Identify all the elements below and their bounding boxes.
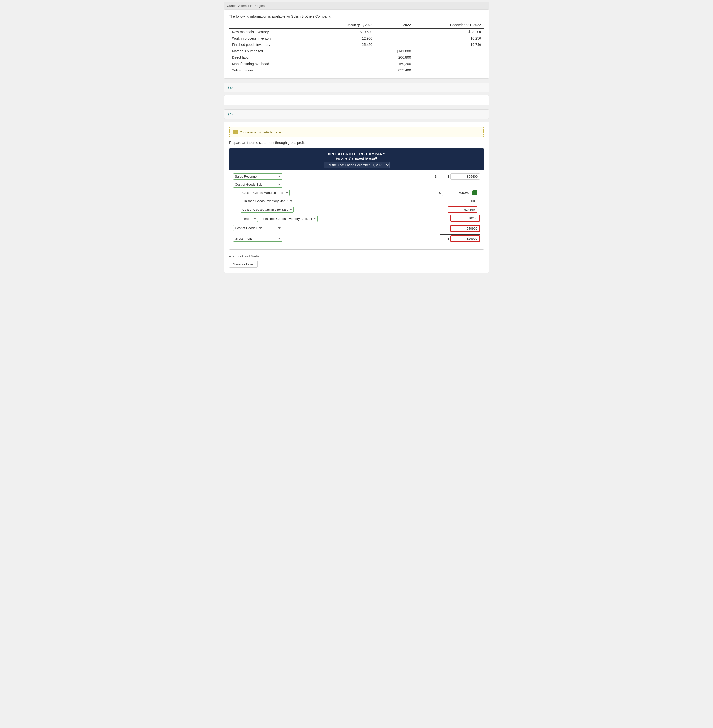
right-input-gross-profit[interactable]	[450, 235, 480, 242]
table-row: Direct labor206,800	[229, 54, 484, 61]
table-cell	[375, 28, 414, 35]
info-section-card: The following information is available f…	[224, 9, 489, 79]
finished-goods-dec-dropdown[interactable]: Finished Goods Inventory, Dec. 31	[262, 216, 318, 222]
table-cell: 855,400	[375, 67, 414, 73]
etextbook-section: eTextbook and Media	[229, 251, 484, 258]
income-statement: SPLISH BROTHERS COMPANY Income Statement…	[229, 148, 484, 250]
sales-revenue-dropdown[interactable]: Sales Revenue	[233, 173, 282, 179]
table-cell	[316, 61, 375, 67]
table-row: Work in process inventory12,90016,250	[229, 35, 484, 42]
mid-input-less-finished-goods-dec[interactable]	[450, 215, 480, 221]
cost-of-goods-available-dropdown[interactable]: Cost of Goods Available for Sale	[241, 206, 294, 213]
right-value-col: $	[440, 234, 480, 244]
top-bar-label: Current Attempt in Progress	[227, 4, 266, 7]
mid-input-cost-of-goods-manufactured[interactable]	[442, 190, 471, 196]
mid-col: $i	[437, 190, 477, 196]
gross-profit-dropdown[interactable]: Gross Profit	[233, 236, 282, 242]
is-row-gross-profit: Gross Profit$	[233, 234, 480, 244]
table-cell: 169,200	[375, 61, 414, 67]
mid-col	[448, 206, 477, 213]
info-icon-cost-of-goods-manufactured[interactable]: i	[472, 190, 477, 195]
table-cell: Materials purchased	[229, 48, 316, 54]
table-cell: Raw materials inventory	[229, 28, 316, 35]
section-b-label: (b)	[224, 109, 489, 119]
section-b-card: − Your answer is partially correct. Prep…	[224, 122, 489, 273]
table-cell: $19,600	[316, 28, 375, 35]
is-row-cost-of-goods-manufactured: Cost of Goods Manufactured$i	[241, 190, 480, 196]
is-date-select[interactable]: For the Year Ended December 31, 2022	[324, 162, 390, 168]
table-row: Raw materials inventory$19,600$28,200	[229, 28, 484, 35]
banner-minus-icon: −	[234, 130, 238, 135]
finished-goods-inventory-jan-dropdown[interactable]: Finished Goods Inventory, Jan. 1	[241, 198, 294, 204]
cost-goods-sold-dropdown[interactable]: Cost of Goods Sold	[233, 225, 282, 231]
cost-of-goods-manufactured-dropdown[interactable]: Cost of Goods Manufactured	[241, 190, 290, 196]
is-body: Sales Revenue$$Cost of Goods SoldCost of…	[229, 170, 484, 249]
table-cell: Finished goods inventory	[229, 42, 316, 48]
table-cell: Manufacturing overhead	[229, 61, 316, 67]
mid-input-finished-goods-inventory-jan[interactable]	[448, 198, 477, 204]
table-cell: $141,000	[375, 48, 414, 54]
table-cell: $28,200	[414, 28, 484, 35]
prepare-text: Prepare an income statement through gros…	[229, 141, 484, 145]
table-cell	[316, 67, 375, 73]
table-cell: 206,800	[375, 54, 414, 61]
mid-dollar-sign: $	[439, 191, 441, 194]
section-a-label: (a)	[224, 82, 489, 92]
banner-text: Your answer is partially correct.	[240, 130, 284, 134]
is-row-cost-of-goods-available: Cost of Goods Available for Sale	[241, 206, 480, 213]
info-description: The following information is available f…	[229, 15, 484, 18]
section-a-card	[224, 95, 489, 105]
is-header: SPLISH BROTHERS COMPANY Income Statement…	[229, 148, 484, 170]
right-value-col	[440, 224, 480, 232]
is-row-sales-revenue: Sales Revenue$$	[233, 173, 480, 179]
col-header-label	[229, 21, 316, 28]
is-title: Income Statement (Partial)	[232, 157, 481, 160]
cost-of-goods-sold-header-dropdown[interactable]: Cost of Goods Sold	[233, 181, 282, 188]
right-input-cost-of-goods-sold[interactable]	[450, 225, 480, 232]
is-row-cost-of-goods-sold-header: Cost of Goods Sold	[233, 181, 480, 188]
right-col: $	[440, 173, 480, 179]
colon-label: :	[259, 217, 260, 221]
is-company-name: SPLISH BROTHERS COMPANY	[232, 152, 481, 156]
dollar-sign: $	[447, 237, 449, 241]
table-row: Materials purchased$141,000	[229, 48, 484, 54]
table-row: Manufacturing overhead169,200	[229, 61, 484, 67]
is-row-cost-of-goods-sold: Cost of Goods Sold	[233, 224, 480, 232]
save-button[interactable]: Save for Later	[229, 261, 258, 268]
is-row-less-finished-goods-dec: Less:Finished Goods Inventory, Dec. 31	[241, 215, 480, 222]
table-cell: Direct labor	[229, 54, 316, 61]
partial-correct-banner: − Your answer is partially correct.	[229, 127, 484, 137]
mid-col: $	[433, 175, 437, 178]
mid-value-col	[440, 215, 480, 222]
table-cell	[414, 54, 484, 61]
table-cell: 19,740	[414, 42, 484, 48]
table-cell	[316, 48, 375, 54]
col-header-jan: January 1, 2022	[316, 21, 375, 28]
mid-input-cost-of-goods-available[interactable]	[448, 206, 477, 213]
etextbook-label: eTextbook and Media	[229, 254, 260, 258]
col-header-dec: December 31, 2022	[414, 21, 484, 28]
table-cell: 16,250	[414, 35, 484, 42]
table-cell: 12,900	[316, 35, 375, 42]
table-row: Sales revenue855,400	[229, 67, 484, 73]
table-cell: 25,450	[316, 42, 375, 48]
table-cell	[375, 42, 414, 48]
mid-dollar-sign: $	[435, 175, 437, 178]
table-cell: Sales revenue	[229, 67, 316, 73]
table-cell	[316, 54, 375, 61]
table-cell	[414, 61, 484, 67]
col-header-year: 2022	[375, 21, 414, 28]
mid-col	[448, 198, 477, 204]
table-cell: Work in process inventory	[229, 35, 316, 42]
right-input-sales-revenue[interactable]	[450, 173, 480, 179]
table-cell	[375, 35, 414, 42]
less-dropdown[interactable]: Less	[241, 216, 258, 222]
page-container: Current Attempt in Progress The followin…	[221, 0, 492, 279]
table-row: Finished goods inventory25,45019,740	[229, 42, 484, 48]
is-row-finished-goods-inventory-jan: Finished Goods Inventory, Jan. 1	[241, 198, 480, 204]
right-dollar-sign: $	[447, 175, 449, 178]
is-date-row[interactable]: For the Year Ended December 31, 2022	[232, 162, 481, 168]
table-cell	[414, 67, 484, 73]
table-cell	[414, 48, 484, 54]
info-table: January 1, 2022 2022 December 31, 2022 R…	[229, 21, 484, 73]
